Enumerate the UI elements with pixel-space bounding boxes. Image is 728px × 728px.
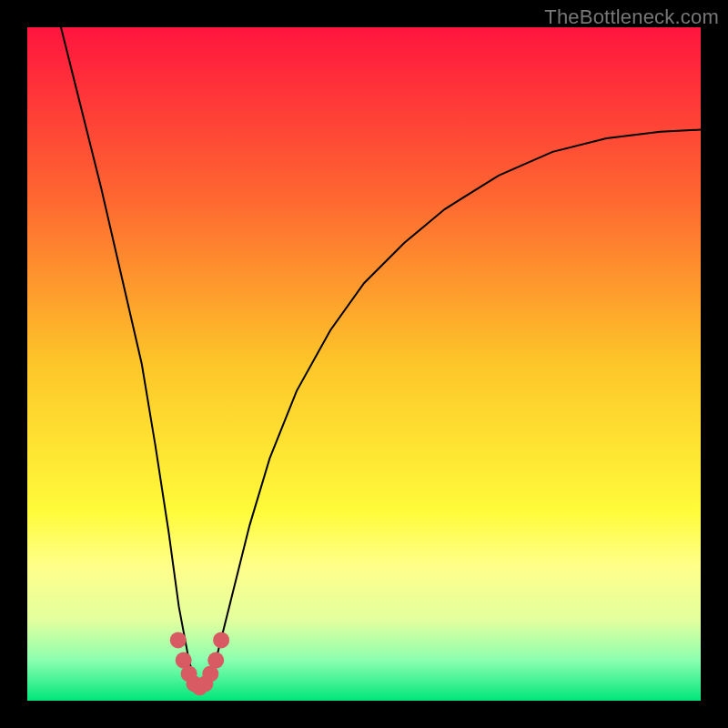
chart-frame <box>27 27 701 701</box>
valley-dot <box>170 632 187 648</box>
valley-dot <box>207 652 224 669</box>
watermark-text: TheBottleneck.com <box>544 5 719 29</box>
bottleneck-chart <box>27 27 701 701</box>
valley-dot <box>213 632 229 648</box>
chart-background <box>27 27 701 701</box>
